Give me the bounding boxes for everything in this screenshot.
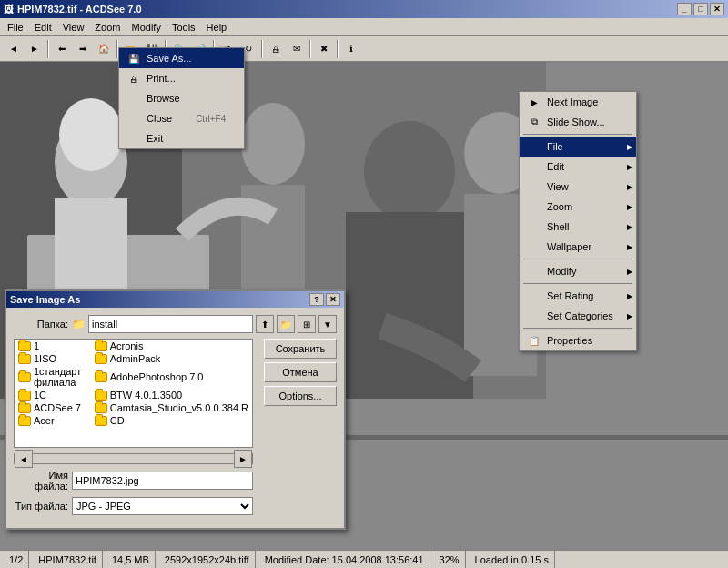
sub-browse[interactable]: Browse [119, 88, 244, 108]
menu-zoom[interactable]: Zoom [89, 20, 126, 35]
sub-browse-label: Browse [147, 93, 180, 104]
ctx-shell[interactable]: Shell ▶ [520, 217, 636, 237]
sub-close[interactable]: Close Ctrl+F4 [119, 108, 244, 128]
set-rating-icon [527, 289, 541, 303]
file-list-section: 1 Acronis 1ISO AdminPack [14, 339, 253, 521]
ctx-sep1 [523, 134, 632, 135]
status-index: 1/2 [4, 551, 29, 568]
folder-input[interactable] [88, 315, 253, 333]
maximize-button[interactable]: □ [693, 3, 708, 15]
tb-sep6 [309, 40, 311, 58]
menu-edit[interactable]: Edit [29, 20, 57, 35]
filename-label: Имя файла: [14, 470, 68, 492]
sub-print-label: Print... [147, 73, 176, 84]
save-button[interactable]: Сохранить [264, 339, 337, 359]
ctx-file[interactable]: File ▶ [520, 137, 636, 157]
tb-prev[interactable]: ⬅ [52, 39, 72, 59]
file-name: 1ISO [34, 353, 56, 364]
list-item[interactable]: 1 [15, 340, 91, 352]
ctx-properties[interactable]: 📋 Properties [520, 330, 636, 350]
ctx-set-categories-label: Set Categories [547, 310, 613, 321]
folder-icon-1 [18, 341, 31, 351]
ctx-edit-label: Edit [547, 161, 564, 172]
list-item[interactable]: BTW 4.0.1.3500 [91, 389, 252, 401]
tb-forward[interactable]: ► [25, 39, 45, 59]
filename-input[interactable] [72, 472, 253, 490]
list-item[interactable]: Acronis [91, 340, 252, 352]
dialog-buttons: Сохранить Отмена Options... [264, 339, 337, 521]
ctx-wallpaper-label: Wallpaper [547, 241, 592, 252]
ctx-wallpaper[interactable]: Wallpaper ▶ [520, 237, 636, 257]
sub-save-as[interactable]: 💾 Save As... [119, 48, 244, 68]
filetype-select[interactable]: JPG - JPEG [72, 497, 253, 515]
ctx-slideshow-label: Slide Show... [547, 117, 605, 127]
menu-modify[interactable]: Modify [126, 20, 166, 35]
file-name: Acer [34, 415, 55, 426]
ctx-set-rating-label: Set Rating [547, 290, 593, 301]
tb-back[interactable]: ◄ [4, 39, 24, 59]
tb-home[interactable]: 🏠 [94, 39, 114, 59]
list-item[interactable]: ACDSee 7 [15, 401, 91, 414]
ctx-modify[interactable]: Modify ▶ [520, 261, 636, 281]
menu-file[interactable]: File [2, 20, 29, 35]
tb-print[interactable]: 🖨 [266, 39, 286, 59]
folder-new-button[interactable]: 📁 [277, 315, 295, 333]
folder-icon-6 [95, 372, 107, 382]
scroll-right-button[interactable]: ► [234, 450, 252, 468]
tb-info[interactable]: ℹ [341, 39, 361, 59]
menu-tools[interactable]: Tools [167, 20, 201, 35]
tb-email[interactable]: ✉ [287, 39, 307, 59]
ctx-edit[interactable]: Edit ▶ [520, 157, 636, 177]
context-menu: ▶ Next Image ⧉ Slide Show... File ▶ Edit… [519, 91, 637, 351]
filetype-row: Тип файла: JPG - JPEG [14, 497, 253, 515]
folder-icon-5 [18, 372, 31, 382]
ctx-slideshow[interactable]: ⧉ Slide Show... [520, 112, 636, 132]
ctx-set-categories[interactable]: Set Categories ▶ [520, 306, 636, 326]
sub-exit-label: Exit [147, 133, 163, 144]
sub-exit[interactable]: Exit [119, 128, 244, 148]
status-bar: 1/2 HPIM7832.tif 14,5 MB 2592x1952x24b t… [0, 550, 728, 568]
list-item[interactable]: AdobePhotoshop 7.0 [91, 365, 252, 389]
list-item[interactable]: Acer [15, 414, 91, 427]
zoom-arrow-icon: ▶ [627, 203, 632, 211]
folder-icon-11 [18, 416, 31, 426]
sub-print[interactable]: 🖨 Print... [119, 68, 244, 88]
svg-point-10 [364, 121, 455, 221]
folder-dropdown-button[interactable]: ▼ [318, 315, 337, 333]
folder-icon-4 [95, 354, 107, 364]
ctx-set-rating[interactable]: Set Rating ▶ [520, 286, 636, 306]
view-icon [527, 179, 541, 194]
folder-icon: 📁 [72, 318, 86, 330]
dialog-title-text: Save Image As [10, 294, 80, 305]
folder-icon-10 [95, 403, 107, 413]
file-arrow-icon: ▶ [627, 143, 632, 151]
menu-view[interactable]: View [57, 20, 90, 35]
ctx-view[interactable]: View ▶ [520, 177, 636, 197]
ctx-zoom[interactable]: Zoom ▶ [520, 197, 636, 217]
dialog-close-button[interactable]: ✕ [326, 293, 340, 306]
folder-view-button[interactable]: ⊞ [298, 315, 316, 333]
list-item[interactable]: 1С [15, 389, 91, 401]
menu-help[interactable]: Help [201, 20, 233, 35]
list-item[interactable]: CD [91, 414, 252, 427]
tb-delete[interactable]: ✖ [314, 39, 334, 59]
ctx-next-image[interactable]: ▶ Next Image [520, 92, 636, 112]
list-item[interactable]: 1стандарт филиала [15, 365, 91, 389]
zoom-icon [527, 199, 541, 214]
close-button[interactable]: ✕ [710, 3, 724, 15]
browse-icon [126, 91, 141, 106]
list-item[interactable]: 1ISO [15, 352, 91, 365]
file-list[interactable]: 1 Acronis 1ISO AdminPack [14, 339, 253, 448]
save-as-icon: 💾 [126, 51, 141, 66]
list-item[interactable]: Camtasia_Studio_v5.0.0.384.R [91, 401, 252, 414]
options-button[interactable]: Options... [264, 386, 337, 406]
minimize-button[interactable]: _ [677, 3, 692, 15]
next-image-icon: ▶ [527, 95, 541, 109]
tb-next[interactable]: ➡ [73, 39, 93, 59]
dialog-help-button[interactable]: ? [309, 293, 324, 306]
scroll-left-button[interactable]: ◄ [15, 450, 33, 468]
horizontal-scrollbar[interactable]: ◄ ► [14, 453, 253, 464]
folder-up-button[interactable]: ⬆ [256, 315, 274, 333]
cancel-button[interactable]: Отмена [264, 362, 337, 382]
list-item[interactable]: AdminPack [91, 352, 252, 365]
